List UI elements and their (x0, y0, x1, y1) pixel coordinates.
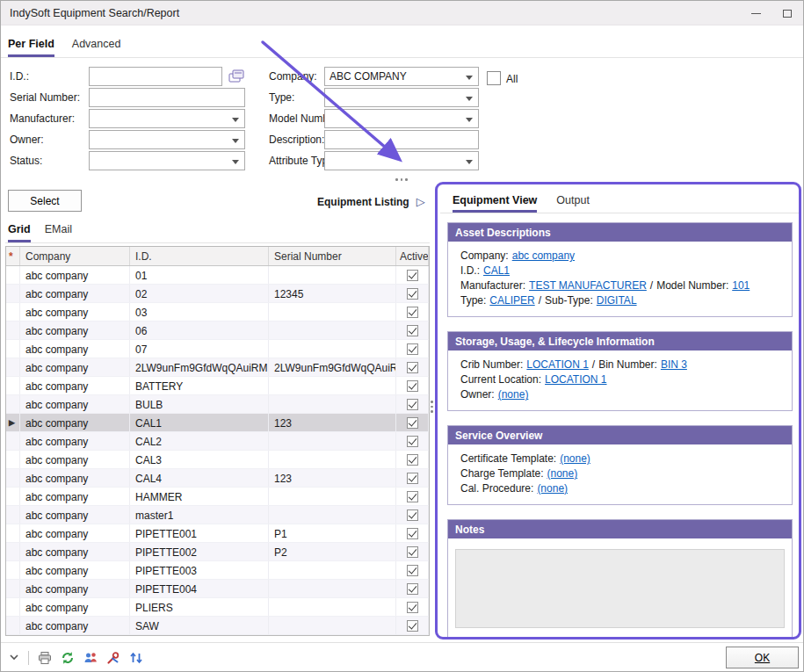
active-checkbox[interactable] (407, 509, 418, 521)
all-checkbox[interactable] (487, 71, 501, 85)
table-row[interactable]: abc company 02 12345 (6, 285, 429, 303)
table-row[interactable]: abc company master1 (6, 506, 429, 524)
table-row[interactable]: abc company 06 (6, 322, 429, 340)
tools-button[interactable] (105, 649, 122, 667)
subtype-link[interactable]: DIGITAL (597, 294, 637, 307)
manufacturer-link[interactable]: TEST MANUFACTURER (529, 279, 647, 292)
row-indicator (6, 377, 20, 394)
active-checkbox[interactable] (407, 491, 418, 502)
serial-input[interactable] (89, 88, 245, 107)
owner-label: Owner: (10, 134, 44, 146)
tab-advanced[interactable]: Advanced (72, 38, 121, 57)
sort-button[interactable] (127, 649, 145, 667)
table-row[interactable]: abc company BULB (6, 395, 429, 414)
active-checkbox[interactable] (407, 307, 418, 318)
column-header-id[interactable]: I.D. (130, 247, 269, 265)
table-row[interactable]: abc company BATTERY (6, 377, 429, 395)
id-link[interactable]: CAL1 (483, 264, 510, 277)
column-header-serial[interactable]: Serial Number (269, 247, 396, 265)
table-row[interactable]: abc company PIPETTE004 (6, 580, 429, 598)
active-checkbox[interactable] (407, 417, 418, 429)
cell-serial: 2LW9unFm9GfdWqQAuiRMLI (269, 358, 396, 376)
select-button[interactable]: Select (8, 190, 82, 212)
active-checkbox[interactable] (407, 620, 418, 632)
expand-button[interactable] (6, 650, 22, 666)
tab-equipment-view[interactable]: Equipment View (453, 194, 537, 213)
active-checkbox[interactable] (407, 583, 418, 595)
print-button[interactable] (36, 649, 54, 667)
vertical-splitter-handle[interactable] (431, 401, 433, 413)
users-button[interactable] (82, 649, 99, 667)
cell-company: abc company (20, 617, 130, 634)
table-row[interactable]: abc company HAMMER (6, 488, 429, 506)
company-link[interactable]: abc company (512, 249, 575, 262)
cell-active (396, 524, 429, 542)
column-header-company[interactable]: Company (20, 247, 130, 265)
charge-template-link[interactable]: (none) (547, 467, 578, 480)
table-row[interactable]: abc company PIPETTE001 P1 (6, 524, 429, 543)
ok-button[interactable]: OK (726, 647, 799, 668)
active-checkbox[interactable] (407, 288, 418, 300)
active-checkbox[interactable] (407, 362, 418, 373)
column-header-active[interactable]: Active (396, 247, 429, 265)
table-row[interactable]: abc company PIPETTE003 (6, 561, 429, 580)
current-location-link[interactable]: LOCATION 1 (545, 373, 606, 386)
tab-email[interactable]: EMail (45, 223, 72, 242)
bin-number-label: Bin Number: (598, 358, 657, 371)
crib-number-link[interactable]: LOCATION 1 (526, 358, 588, 371)
active-checkbox[interactable] (407, 473, 418, 484)
table-row[interactable]: abc company CAL4 123 (6, 469, 429, 488)
type-link[interactable]: CALIPER (489, 294, 534, 307)
table-row[interactable]: abc company 2LW9unFm9GfdWqQAuiRMLI 2LW9u… (6, 358, 429, 377)
attribute-type-combo[interactable] (324, 151, 479, 170)
tab-per-field[interactable]: Per Field (8, 38, 54, 57)
cell-company: abc company (20, 488, 130, 505)
table-row[interactable]: ▶ abc company CAL1 123 (6, 414, 429, 432)
active-checkbox[interactable] (407, 546, 418, 558)
table-row[interactable]: abc company 03 (6, 303, 429, 322)
cell-id: HAMMER (130, 488, 269, 505)
active-checkbox[interactable] (407, 602, 418, 613)
tab-grid[interactable]: Grid (8, 223, 31, 242)
id-browse-button[interactable] (226, 67, 246, 86)
maximize-button[interactable] (771, 1, 803, 25)
status-combo[interactable] (89, 151, 245, 170)
owner-combo[interactable] (89, 130, 245, 149)
refresh-button[interactable] (59, 649, 76, 667)
active-checkbox[interactable] (407, 454, 418, 466)
active-checkbox[interactable] (407, 325, 418, 336)
certificate-template-link[interactable]: (none) (560, 452, 590, 465)
active-checkbox[interactable] (407, 565, 418, 576)
active-checkbox[interactable] (407, 528, 418, 539)
manufacturer-combo[interactable] (89, 109, 245, 128)
table-row[interactable]: abc company CAL3 (6, 451, 429, 469)
table-row[interactable]: abc company 01 (6, 266, 429, 285)
table-row[interactable]: abc company PLIERS (6, 598, 429, 617)
id-input[interactable] (89, 67, 222, 86)
cal-procedure-link[interactable]: (none) (537, 482, 568, 495)
active-checkbox[interactable] (407, 270, 418, 281)
model-combo[interactable] (324, 109, 479, 128)
active-checkbox[interactable] (407, 436, 418, 447)
table-row[interactable]: abc company CAL2 (6, 432, 429, 451)
description-input[interactable] (324, 130, 479, 149)
type-combo[interactable] (324, 88, 479, 107)
cell-id: master1 (130, 506, 269, 524)
tab-output[interactable]: Output (556, 194, 590, 213)
active-checkbox[interactable] (407, 380, 418, 392)
active-checkbox[interactable] (407, 343, 418, 355)
cell-company: abc company (20, 322, 130, 339)
bin-number-link[interactable]: BIN 3 (661, 358, 687, 371)
table-row[interactable]: abc company PIPETTE002 P2 (6, 543, 429, 561)
active-checkbox[interactable] (407, 399, 418, 410)
table-row[interactable]: abc company SAW (6, 617, 429, 635)
run-icon[interactable]: ▷ (416, 195, 425, 208)
cell-serial (269, 303, 396, 321)
owner-link[interactable]: (none) (498, 388, 529, 401)
table-row[interactable]: abc company 07 (6, 340, 429, 358)
company-combo[interactable]: ABC COMPANY (324, 67, 479, 86)
cell-active (396, 543, 429, 560)
model-number-link[interactable]: 101 (732, 279, 750, 292)
minimize-button[interactable] (740, 1, 771, 25)
horizontal-splitter-handle[interactable] (395, 178, 408, 181)
